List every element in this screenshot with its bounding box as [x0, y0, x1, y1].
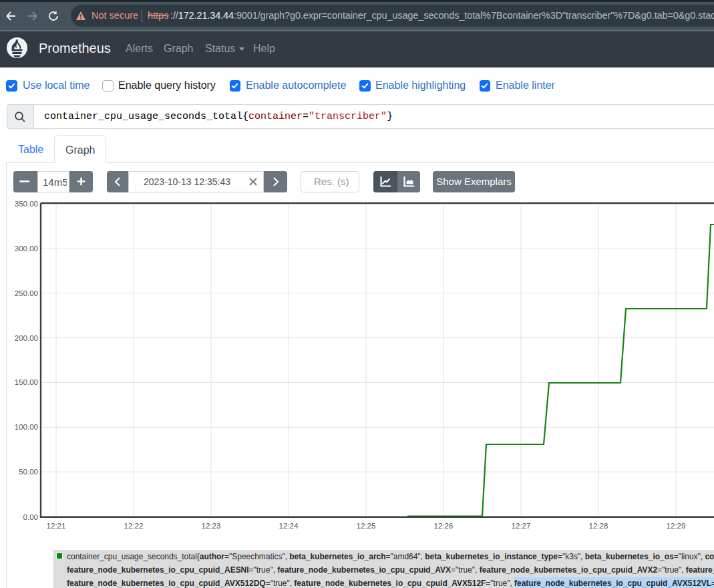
svg-text:12:21: 12:21	[47, 522, 66, 530]
svg-text:12:25: 12:25	[357, 522, 376, 530]
svg-text:150.00: 150.00	[15, 378, 38, 386]
svg-text:12:26: 12:26	[434, 522, 454, 530]
svg-text:50.00: 50.00	[19, 468, 38, 476]
svg-text:12:27: 12:27	[512, 522, 531, 530]
svg-text:250.00: 250.00	[15, 289, 38, 297]
svg-text:12:24: 12:24	[279, 522, 299, 530]
svg-text:12:23: 12:23	[202, 522, 221, 530]
svg-text:100.00: 100.00	[15, 423, 38, 431]
svg-text:200.00: 200.00	[15, 334, 38, 342]
svg-text:12:22: 12:22	[124, 522, 144, 530]
svg-text:12:29: 12:29	[667, 522, 686, 530]
svg-text:12:28: 12:28	[589, 522, 608, 530]
svg-text:300.00: 300.00	[15, 245, 38, 253]
svg-text:350.00: 350.00	[15, 200, 38, 208]
svg-text:0.00: 0.00	[23, 513, 38, 521]
